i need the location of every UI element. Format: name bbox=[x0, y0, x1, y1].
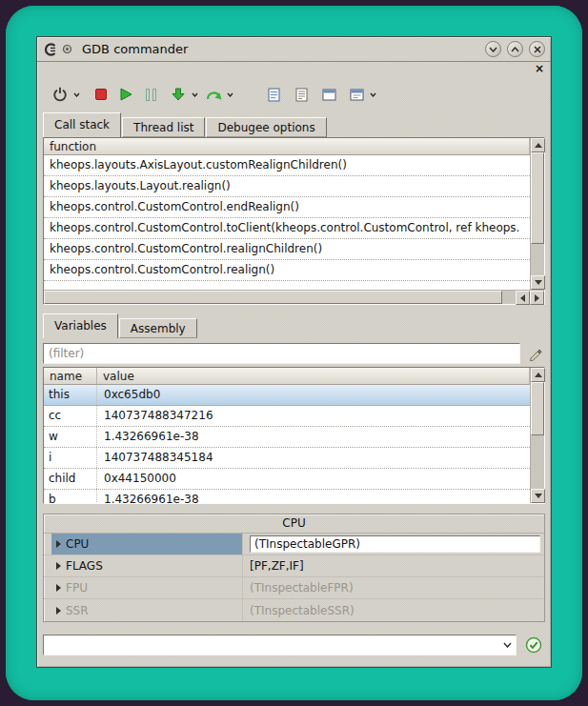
gdb-commander-window: GDB commander × bbox=[36, 36, 552, 668]
messages-button[interactable] bbox=[262, 83, 285, 106]
tab-variables[interactable]: Variables bbox=[43, 313, 118, 338]
variable-value: 0x44150000 bbox=[97, 469, 530, 489]
chevron-down-icon bbox=[227, 92, 233, 97]
scroll-down-button[interactable] bbox=[531, 275, 545, 290]
scrollbar-thumb[interactable] bbox=[531, 382, 544, 435]
call-stack-row[interactable]: kheops.control.CustomControl.toClient(kh… bbox=[44, 218, 530, 239]
tab-debugee-options[interactable]: Debugee options bbox=[206, 117, 326, 137]
scroll-down-icon bbox=[535, 280, 542, 285]
scroll-up-button[interactable] bbox=[531, 368, 545, 382]
chevron-down-icon bbox=[503, 642, 512, 648]
variable-row[interactable]: cc 140737488347216 bbox=[44, 406, 530, 427]
scroll-up-icon bbox=[535, 143, 542, 148]
variable-row[interactable]: this 0xc65db0 bbox=[44, 385, 530, 406]
command-input[interactable] bbox=[44, 635, 498, 655]
expand-button[interactable] bbox=[51, 562, 66, 570]
step-into-menu-button[interactable] bbox=[190, 83, 200, 106]
cpu-name-cell: CPU bbox=[51, 534, 242, 555]
dock-close-button[interactable]: × bbox=[535, 63, 544, 74]
bullet-icon[interactable] bbox=[62, 44, 72, 54]
scrollbar-thumb[interactable] bbox=[44, 291, 502, 304]
cpu-value-cell: (TInspectableSSR) bbox=[242, 599, 544, 621]
app-logo-icon[interactable] bbox=[43, 42, 58, 57]
cpu-row[interactable]: SSR (TInspectableSSR) bbox=[44, 599, 544, 621]
scroll-up-button[interactable] bbox=[531, 138, 545, 152]
output-button[interactable] bbox=[290, 83, 313, 106]
register-group-name: FPU bbox=[66, 581, 88, 595]
call-stack-list: kheops.layouts.AxisLayout.customRealignC… bbox=[44, 155, 530, 290]
call-stack-vertical-scrollbar[interactable] bbox=[530, 138, 544, 290]
window-menu-button[interactable] bbox=[368, 83, 378, 106]
register-group-name: FLAGS bbox=[66, 559, 103, 573]
variable-row[interactable]: w 1.43266961e-38 bbox=[44, 427, 530, 448]
pen-icon bbox=[528, 347, 542, 361]
variable-name: this bbox=[44, 385, 97, 405]
variables-panel: name value this 0xc65db0 cc 140737488347… bbox=[43, 367, 545, 504]
scroll-left-button[interactable] bbox=[516, 291, 530, 305]
call-stack-row[interactable]: kheops.control.CustomControl.endRealign(… bbox=[44, 197, 530, 218]
scroll-right-button[interactable] bbox=[530, 291, 544, 305]
cpu-row[interactable]: CPU (TInspectableGPR) bbox=[44, 534, 544, 555]
stop-button[interactable] bbox=[90, 83, 112, 106]
lines-document-icon bbox=[295, 88, 308, 102]
scrollbar-track[interactable] bbox=[531, 244, 544, 275]
tab-thread-list[interactable]: Thread list bbox=[122, 117, 205, 137]
minimize-button[interactable] bbox=[485, 41, 501, 57]
scrollbar-track[interactable] bbox=[502, 291, 516, 304]
run-icon bbox=[119, 88, 132, 101]
register-group-name: SSR bbox=[66, 604, 89, 617]
scrollbar-track[interactable] bbox=[531, 435, 544, 489]
maximize-button[interactable] bbox=[507, 41, 523, 57]
close-button[interactable] bbox=[529, 41, 545, 57]
confirm-button[interactable] bbox=[522, 635, 545, 656]
filter-options-button[interactable] bbox=[524, 343, 545, 364]
chevron-right-icon bbox=[56, 562, 61, 570]
cpu-row[interactable]: FLAGS [PF,ZF,IF] bbox=[44, 555, 544, 577]
variable-row[interactable]: child 0x44150000 bbox=[44, 469, 530, 490]
chevron-right-icon bbox=[56, 584, 61, 592]
tab-label: Debugee options bbox=[217, 121, 314, 134]
cpu-rows: CPU (TInspectableGPR) FLAGS [PF,ZF,IF] bbox=[44, 533, 544, 621]
variables-tabbar: Variables Assembly bbox=[37, 313, 551, 338]
power-button[interactable] bbox=[49, 83, 71, 106]
call-stack-panel: function kheops.layouts.AxisLayout.custo… bbox=[43, 137, 545, 305]
registers-window-button[interactable] bbox=[317, 83, 340, 106]
power-menu-button[interactable] bbox=[71, 83, 82, 106]
variable-row[interactable]: b 1.43266961e-38 bbox=[44, 490, 530, 503]
call-stack-row[interactable]: kheops.control.CustomControl.realign() bbox=[44, 260, 530, 281]
expand-button[interactable] bbox=[51, 607, 66, 615]
scroll-down-button[interactable] bbox=[531, 489, 545, 503]
command-combobox[interactable] bbox=[43, 635, 517, 656]
step-into-button[interactable] bbox=[167, 83, 190, 106]
call-stack-column-header[interactable]: function bbox=[44, 138, 530, 155]
tab-assembly[interactable]: Assembly bbox=[119, 318, 197, 338]
step-over-button[interactable] bbox=[202, 83, 225, 106]
step-over-menu-button[interactable] bbox=[225, 83, 235, 106]
pause-button[interactable] bbox=[139, 83, 162, 106]
call-stack-row[interactable]: kheops.control.CustomControl.realignChil… bbox=[44, 239, 530, 260]
variables-vertical-scrollbar[interactable] bbox=[530, 368, 544, 503]
combo-dropdown-button[interactable] bbox=[498, 635, 516, 655]
blue-document-icon bbox=[268, 88, 280, 102]
expand-button[interactable] bbox=[51, 540, 66, 548]
call-stack-horizontal-scrollbar[interactable] bbox=[44, 290, 544, 304]
call-stack-row[interactable]: kheops.layouts.AxisLayout.customRealignC… bbox=[44, 155, 530, 176]
tab-call-stack[interactable]: Call stack bbox=[43, 112, 121, 137]
cpu-value-field[interactable]: (TInspectableGPR) bbox=[250, 535, 540, 553]
titlebar[interactable]: GDB commander bbox=[37, 37, 551, 62]
register-group-value: (TInspectableFPR) bbox=[250, 581, 354, 595]
call-stack-row[interactable]: kheops.layouts.Layout.realign() bbox=[44, 176, 530, 197]
cpu-row[interactable]: FPU (TInspectableFPR) bbox=[44, 577, 544, 599]
scrollbar-thumb[interactable] bbox=[531, 152, 544, 244]
variable-row[interactable]: i 140737488345184 bbox=[44, 448, 530, 469]
variable-name: w bbox=[44, 427, 97, 447]
variables-column-name[interactable]: name bbox=[44, 368, 97, 385]
variables-column-value[interactable]: value bbox=[97, 368, 530, 385]
chevron-down-icon bbox=[192, 92, 198, 97]
run-button[interactable] bbox=[114, 83, 137, 106]
chevron-down-icon bbox=[370, 92, 376, 97]
expand-button[interactable] bbox=[51, 584, 66, 592]
variables-header: name value bbox=[44, 368, 530, 385]
filter-input[interactable] bbox=[43, 343, 520, 364]
memory-window-button[interactable] bbox=[345, 83, 368, 106]
